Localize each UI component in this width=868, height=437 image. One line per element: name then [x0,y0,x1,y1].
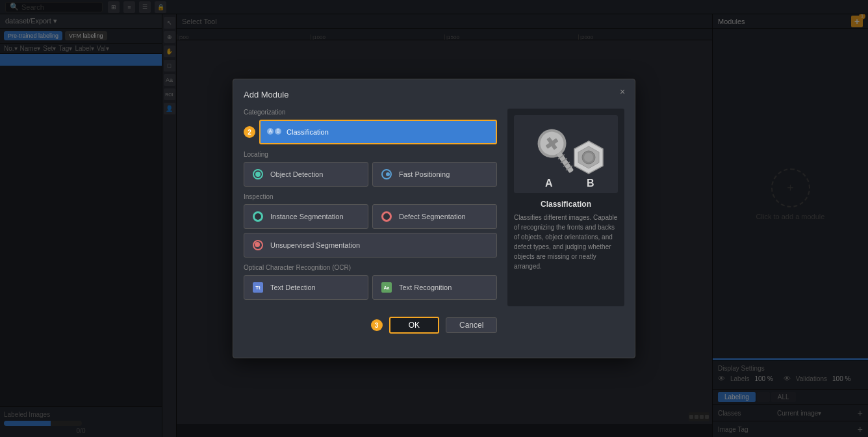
locating-label: Locating [244,151,497,158]
svg-text:B: B [587,178,594,189]
unsupervised-segmentation-item[interactable]: Unsupervised Segmentation [244,233,497,258]
modal-close-button[interactable]: × [617,86,628,98]
text-det-icon-shape: Tt [253,282,263,293]
svg-text:A: A [545,178,553,189]
add-module-modal: Add Module × Categorization 2 [233,79,635,358]
classification-icon-shape [267,127,281,137]
svg-rect-4 [557,152,574,173]
unsupervised-segmentation-label: Unsupervised Segmentation [270,241,360,249]
text-detection-icon: Tt [251,280,265,295]
ocr-grid: Tt Text Detection Aa Text Recognition [244,275,497,300]
modal-overlay: Add Module × Categorization 2 [0,0,868,437]
classification-item[interactable]: Classification [259,120,497,144]
ocr-row: Tt Text Detection Aa Text Recognition [244,275,497,300]
text-recognition-item[interactable]: Aa Text Recognition [372,275,497,300]
modal-left: Categorization 2 Classification [244,109,497,306]
modal-body: Categorization 2 Classification [244,109,624,306]
locating-row: Object Detection Fast Positioning [244,162,497,187]
text-detection-item[interactable]: Tt Text Detection [244,275,368,300]
fast-positioning-item[interactable]: Fast Positioning [372,162,497,187]
instance-segmentation-item[interactable]: Instance Segmentation [244,204,368,229]
modal-footer: 3 OK Cancel [244,317,624,334]
instance-seg-icon-shape [253,211,263,222]
categorization-label: Categorization [244,109,497,116]
defect-seg-icon-shape [381,211,392,222]
preview-svg: A B [520,118,611,190]
fast-positioning-icon-shape [381,169,392,179]
inspection-grid: Instance Segmentation Defect Segmentatio… [244,204,497,258]
svg-point-12 [584,153,593,162]
preview-image: A B [514,115,618,193]
inspection-label: Inspection [244,193,497,200]
text-recognition-icon: Aa [379,280,394,295]
defect-segmentation-label: Defect Segmentation [399,213,466,220]
ok-button[interactable]: OK [389,317,439,334]
object-detection-icon-shape [253,169,263,179]
instance-segmentation-icon [251,209,265,224]
unsupervised-segmentation-icon [251,238,265,252]
ocr-label: Optical Character Recognition (OCR) [244,264,497,271]
text-detection-label: Text Detection [270,284,316,291]
unsup-seg-icon-shape [253,240,263,250]
preview-description: Classifies different images. Capable of … [514,213,618,271]
instance-segmentation-label: Instance Segmentation [270,213,344,220]
defect-segmentation-item[interactable]: Defect Segmentation [372,204,497,229]
fast-positioning-icon [379,167,394,181]
preview-title: Classification [541,200,591,209]
inspection-row-2: Unsupervised Segmentation [244,233,497,258]
categorization-row: 2 Classification [244,120,497,144]
modal-title: Add Module [244,90,624,99]
text-rec-icon-shape: Aa [381,282,392,293]
classification-icon [267,125,281,139]
inspection-row-1: Instance Segmentation Defect Segmentatio… [244,204,497,229]
categorization-grid: 2 Classification [244,120,497,144]
text-recognition-label: Text Recognition [399,284,452,291]
classification-label: Classification [287,128,329,136]
step-badge-3: 3 [371,319,383,331]
step-badge-wrapper: 2 [244,120,255,144]
modal-right: A B Classification Classifies different … [507,109,624,306]
object-detection-item[interactable]: Object Detection [244,162,368,187]
object-detection-label: Object Detection [270,170,323,178]
defect-segmentation-icon [379,209,394,224]
step-badge-2: 2 [244,126,255,138]
locating-grid: Object Detection Fast Positioning [244,162,497,187]
fast-positioning-label: Fast Positioning [399,170,450,178]
cancel-button[interactable]: Cancel [446,317,497,333]
object-detection-icon [251,167,265,181]
